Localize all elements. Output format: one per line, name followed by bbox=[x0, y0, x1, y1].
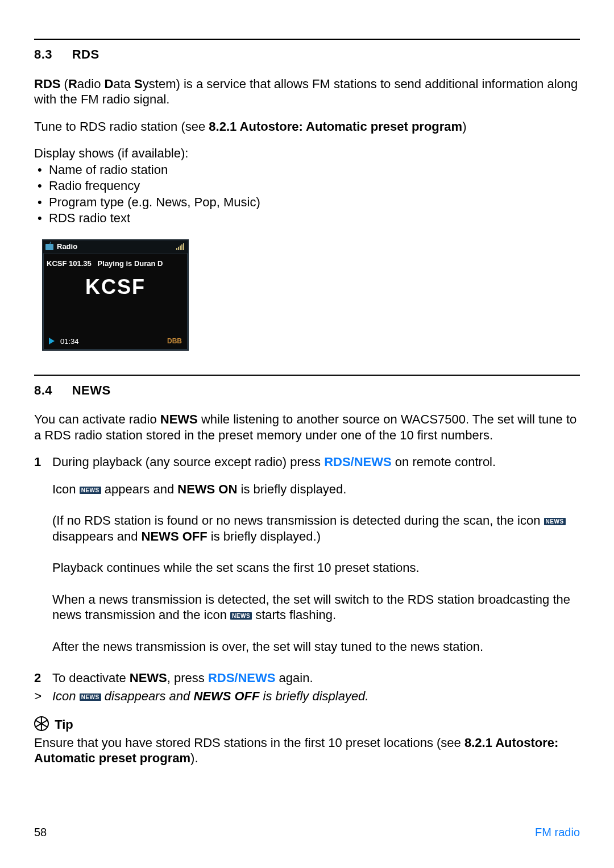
step-number: 2 bbox=[34, 670, 52, 686]
news-icon: NEWS bbox=[544, 518, 566, 525]
heading-title: NEWS bbox=[72, 383, 111, 397]
step-1: 1 During playback (any source except rad… bbox=[34, 454, 580, 470]
bold-text: RDS bbox=[34, 77, 60, 91]
bullet-item: • RDS radio text bbox=[34, 210, 580, 227]
heading-number: 8.3 bbox=[34, 47, 68, 63]
text: Program type (e.g. News, Pop, Music) bbox=[49, 195, 260, 209]
text: is briefly displayed. bbox=[259, 689, 368, 703]
result-line: > Icon NEWS disappears and NEWS OFF is b… bbox=[34, 688, 580, 704]
text: disappears and bbox=[101, 689, 194, 703]
bullet-item: • Radio frequency bbox=[34, 178, 580, 194]
bold-text: S bbox=[134, 77, 143, 91]
news-intro: You can activate radio NEWS while listen… bbox=[34, 412, 580, 443]
scan-line: Playback continues while the set scans t… bbox=[52, 560, 580, 576]
text: Icon bbox=[52, 689, 80, 703]
step-2: 2 To deactivate NEWS, press RDS/NEWS aga… bbox=[34, 670, 580, 686]
icon-appears-line: Icon NEWS appears and NEWS ON is briefly… bbox=[52, 481, 580, 497]
text: To deactivate bbox=[52, 671, 130, 685]
text: again. bbox=[275, 671, 313, 685]
play-icon bbox=[49, 338, 55, 344]
footer-section: FM radio bbox=[535, 825, 580, 840]
detect-line: When a news transmission is detected, th… bbox=[52, 592, 580, 623]
text: (If no RDS station is found or no news t… bbox=[52, 513, 544, 528]
text: Radio frequency bbox=[49, 178, 140, 193]
bold-text: NEWS OFF bbox=[142, 529, 208, 543]
manual-page: 8.3 RDS RDS (Radio Data System) is a ser… bbox=[0, 0, 614, 868]
tip-icon bbox=[34, 716, 49, 731]
heading-8-4: 8.4 NEWS bbox=[34, 383, 580, 398]
text: ). bbox=[190, 751, 198, 765]
display-intro: Display shows (if available): bbox=[34, 146, 580, 162]
rule-top bbox=[34, 39, 580, 40]
page-number: 58 bbox=[34, 825, 47, 840]
text: Icon bbox=[52, 482, 80, 496]
device-titlebar: Radio bbox=[43, 240, 188, 254]
bold-text: 8.2.1 Autostore: Automatic preset progra… bbox=[209, 119, 462, 134]
text: is briefly displayed. bbox=[237, 482, 346, 496]
tip-heading: Tip bbox=[34, 716, 580, 733]
bold-text: R bbox=[68, 77, 77, 91]
text: ( bbox=[60, 77, 68, 91]
rule-mid bbox=[34, 375, 580, 376]
bullet-item: • Name of radio station bbox=[34, 162, 580, 178]
text: adio bbox=[77, 77, 105, 91]
no-rds-line: (If no RDS station is found or no news t… bbox=[52, 513, 580, 544]
text: , press bbox=[167, 671, 208, 685]
text: Ensure that you have stored RDS stations… bbox=[34, 736, 464, 750]
device-mode-label: Radio bbox=[57, 242, 77, 251]
heading-number: 8.4 bbox=[34, 383, 68, 398]
device-nowplaying: Playing is Duran D bbox=[98, 259, 163, 268]
result-caret: > bbox=[34, 688, 52, 704]
device-freq: KCSF 101.35 bbox=[47, 259, 92, 268]
text: During playback (any source except radio… bbox=[52, 455, 324, 469]
step-text: To deactivate NEWS, press RDS/NEWS again… bbox=[52, 670, 580, 686]
tip-label: Tip bbox=[55, 717, 73, 732]
step-number: 1 bbox=[34, 454, 52, 470]
device-display: Radio KCSF 101.35 Playing is Duran D KCS… bbox=[42, 239, 189, 351]
text: RDS radio text bbox=[49, 211, 130, 225]
device-station: KCSF bbox=[43, 274, 188, 300]
page-footer: 58 FM radio bbox=[34, 825, 580, 840]
device-bottom-bar: 01:34 DBB bbox=[43, 335, 188, 350]
tune-line: Tune to RDS radio station (see 8.2.1 Aut… bbox=[34, 119, 580, 135]
news-icon: NEWS bbox=[80, 693, 101, 701]
text: Tune to RDS radio station (see bbox=[34, 119, 209, 134]
text: Name of radio station bbox=[49, 163, 168, 177]
button-ref: RDS/NEWS bbox=[324, 455, 392, 469]
heading-8-3: 8.3 RDS bbox=[34, 47, 580, 63]
bold-text: NEWS bbox=[130, 671, 167, 685]
bold-text: D bbox=[105, 77, 114, 91]
text: ata bbox=[113, 77, 134, 91]
text: appears and bbox=[101, 482, 178, 496]
text: is briefly displayed.) bbox=[208, 529, 321, 543]
bullet-item: • Program type (e.g. News, Pop, Music) bbox=[34, 194, 580, 211]
device-time: 01:34 bbox=[60, 337, 79, 346]
bold-text: NEWS bbox=[160, 412, 198, 426]
text: You can activate radio bbox=[34, 412, 160, 426]
news-icon: NEWS bbox=[230, 612, 252, 620]
bold-text: NEWS OFF bbox=[193, 689, 259, 703]
tip-body: Ensure that you have stored RDS stations… bbox=[34, 735, 580, 766]
button-ref: RDS/NEWS bbox=[208, 671, 276, 685]
signal-icon bbox=[176, 243, 184, 250]
bold-text: NEWS ON bbox=[177, 482, 237, 496]
radio-icon bbox=[45, 244, 53, 250]
heading-title: RDS bbox=[72, 47, 99, 61]
text: ) bbox=[462, 119, 466, 134]
step-text: During playback (any source except radio… bbox=[52, 454, 580, 470]
dbb-indicator: DBB bbox=[167, 337, 182, 346]
text: disappears and bbox=[52, 529, 142, 543]
result-text: Icon NEWS disappears and NEWS OFF is bri… bbox=[52, 688, 580, 704]
after-line: After the news transmission is over, the… bbox=[52, 639, 580, 655]
text: on remote control. bbox=[392, 455, 496, 469]
rds-intro: RDS (Radio Data System) is a service tha… bbox=[34, 76, 580, 107]
news-icon: NEWS bbox=[80, 487, 101, 494]
device-subline: KCSF 101.35 Playing is Duran D bbox=[43, 254, 188, 272]
text: starts flashing. bbox=[252, 608, 336, 622]
display-bullets: Display shows (if available): • Name of … bbox=[34, 146, 580, 227]
